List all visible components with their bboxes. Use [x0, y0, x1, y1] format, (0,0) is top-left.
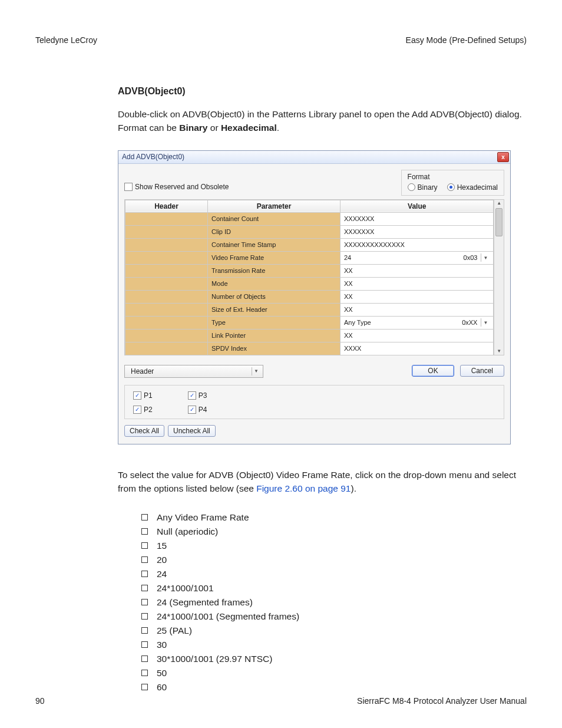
col-header: Header: [125, 200, 208, 212]
format-binary-radio[interactable]: Binary: [408, 183, 438, 192]
list-item: 25 (PAL): [141, 624, 527, 638]
format-hex-label: Hexadecimal: [457, 183, 498, 192]
list-item: Null (aperiodic): [141, 525, 527, 539]
checkbox-checked-icon: ✓: [133, 391, 141, 400]
format-group: Format Binary Hexadecimal: [401, 170, 504, 196]
checkbox-icon: [124, 183, 133, 191]
list-item: 24*1000/1001 (Segmented frames): [141, 610, 527, 624]
table-row: Size of Ext. HeaderXX: [125, 303, 494, 316]
parameter-cell: Container Count: [208, 212, 340, 225]
parameter-cell: Link Pointer: [208, 329, 340, 342]
uncheck-all-button[interactable]: Uncheck All: [168, 425, 216, 437]
value-cell[interactable]: 240x03▼: [340, 251, 494, 264]
value-text: XXXXXXX: [344, 228, 374, 235]
list-item: 15: [141, 539, 527, 553]
table-row: Video Frame Rate240x03▼: [125, 251, 494, 264]
format-binary-label: Binary: [418, 183, 438, 192]
checkbox-checked-icon: ✓: [188, 391, 196, 400]
chevron-down-icon[interactable]: ▼: [481, 318, 490, 327]
frame-rate-options-list: Any Video Frame RateNull (aperiodic)1520…: [141, 510, 527, 694]
doc-header-right: Easy Mode (Pre-Defined Setups): [406, 35, 527, 45]
scroll-down-icon: ▼: [497, 348, 501, 355]
parameter-table: Header Parameter Value Container CountXX…: [125, 200, 494, 355]
header-cell: [125, 251, 208, 264]
value-cell[interactable]: XXXXXXX: [340, 225, 494, 238]
table-row: Number of ObjectsXX: [125, 290, 494, 303]
port-p3-checkbox[interactable]: ✓ P3: [188, 391, 207, 400]
check-all-button[interactable]: Check All: [124, 425, 164, 437]
body2-b: ).: [351, 483, 356, 493]
value-text: XX: [344, 267, 353, 274]
header-cell: [125, 290, 208, 303]
list-item: 60: [141, 680, 527, 694]
doc-header-left: Teledyne LeCroy: [35, 35, 97, 45]
header-cell: [125, 316, 208, 329]
list-item: 24*1000/1001: [141, 581, 527, 595]
list-item: 20: [141, 553, 527, 567]
value-text: XX: [344, 332, 353, 339]
header-cell: [125, 225, 208, 238]
port-p4-checkbox[interactable]: ✓ P4: [188, 406, 207, 414]
table-row: Link PointerXX: [125, 329, 494, 342]
list-item: 50: [141, 666, 527, 680]
table-row: Transmission RateXX: [125, 264, 494, 277]
value-cell[interactable]: XX: [340, 329, 494, 342]
header-cell: [125, 277, 208, 290]
port-p2-checkbox[interactable]: ✓ P2: [133, 406, 153, 414]
value-cell[interactable]: XX: [340, 277, 494, 290]
table-row: ModeXX: [125, 277, 494, 290]
page-number: 90: [35, 696, 45, 706]
parameter-cell: Size of Ext. Header: [208, 303, 340, 316]
port-p1-label: P1: [144, 391, 153, 400]
format-hex-radio[interactable]: Hexadecimal: [447, 183, 498, 192]
chevron-down-icon[interactable]: ▼: [481, 253, 490, 262]
radio-icon: [447, 183, 455, 191]
value-text: XX: [344, 306, 353, 313]
cancel-button[interactable]: Cancel: [460, 365, 504, 377]
close-button[interactable]: x: [497, 152, 509, 162]
table-row: Container Time StampXXXXXXXXXXXXXX: [125, 238, 494, 251]
port-checkboxes: ✓ P1 ✓ P2 ✓ P3 ✓ P4: [124, 385, 504, 419]
port-p3-label: P3: [199, 391, 207, 400]
parameter-cell: Mode: [208, 277, 340, 290]
col-value: Value: [340, 200, 494, 212]
header-cell: [125, 264, 208, 277]
figure-link[interactable]: Figure 2.60 on page 91: [256, 483, 351, 493]
close-icon: x: [501, 154, 505, 160]
value-cell[interactable]: XX: [340, 264, 494, 277]
value-text: XX: [344, 293, 353, 300]
value-cell[interactable]: XX: [340, 290, 494, 303]
header-cell: [125, 342, 208, 355]
body-paragraph-2: To select the value for ADVB (Object0) V…: [118, 468, 527, 496]
parameter-cell: Type: [208, 316, 340, 329]
value-cell[interactable]: Any Type0xXX▼: [340, 316, 494, 329]
port-p1-checkbox[interactable]: ✓ P1: [133, 391, 153, 400]
list-item: 24: [141, 567, 527, 581]
body1-mid: or: [208, 123, 221, 133]
value-cell[interactable]: XXXXXXXXXXXXXX: [340, 238, 494, 251]
list-item: 24 (Segmented frames): [141, 595, 527, 610]
chevron-down-icon: ▼: [252, 367, 260, 375]
body1-bold1: Binary: [179, 123, 207, 133]
value-text: XXXX: [344, 345, 361, 352]
vertical-scrollbar[interactable]: ▲ ▼: [494, 199, 504, 355]
radio-icon: [408, 183, 415, 191]
ok-button[interactable]: OK: [412, 365, 454, 377]
show-reserved-checkbox[interactable]: Show Reserved and Obsolete: [124, 170, 229, 191]
header-select[interactable]: Header ▼: [124, 365, 263, 378]
checkbox-checked-icon: ✓: [188, 406, 196, 414]
body1-bold2: Hexadecimal: [221, 123, 277, 133]
value-cell[interactable]: XXXXXXX: [340, 212, 494, 225]
header-cell: [125, 212, 208, 225]
table-row: Container CountXXXXXXX: [125, 212, 494, 225]
header-select-value: Header: [131, 367, 154, 375]
value-hex: 0x03: [464, 254, 478, 261]
parameter-cell: Number of Objects: [208, 290, 340, 303]
scroll-thumb[interactable]: [495, 208, 503, 236]
value-text: 24: [344, 254, 351, 261]
parameter-cell: Transmission Rate: [208, 264, 340, 277]
value-cell[interactable]: XXXX: [340, 342, 494, 355]
value-cell[interactable]: XX: [340, 303, 494, 316]
body-paragraph-1: Double-click on ADVB(Object0) in the Pat…: [118, 107, 527, 135]
col-parameter: Parameter: [208, 200, 340, 212]
